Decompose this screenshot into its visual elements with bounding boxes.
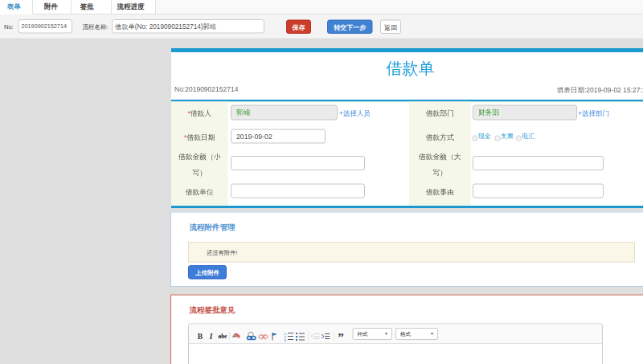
svg-text:3.: 3. xyxy=(285,338,287,342)
